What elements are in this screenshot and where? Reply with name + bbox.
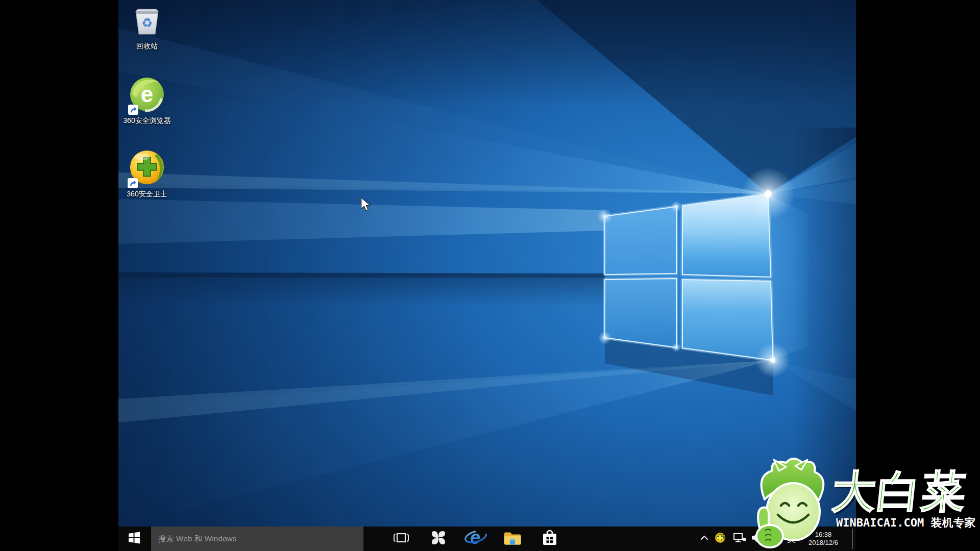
windows-store-icon [542, 529, 558, 548]
chevron-up-icon [699, 532, 710, 545]
file-explorer-icon [503, 530, 522, 548]
icon-label: 回收站 [119, 41, 175, 51]
watermark-url: WINBAICAI.COM [836, 516, 924, 529]
taskbar-360-button[interactable] [427, 527, 450, 551]
mouse-cursor [360, 197, 372, 214]
svg-text:e: e [141, 82, 153, 107]
tray-network[interactable] [732, 527, 747, 551]
360-guard-tray-icon [714, 532, 726, 546]
dabaicai-brand-text: 大白菜 [829, 462, 970, 522]
taskbar: 搜索 Web 和 Windows [118, 527, 856, 551]
windows-hero-wallpaper [118, 0, 856, 551]
task-view-icon [393, 531, 410, 547]
desktop-icon-recycle-bin[interactable]: ♻ 回收站 [119, 5, 175, 51]
windows-store-button[interactable] [538, 527, 561, 551]
360-browser-icon: e [129, 77, 165, 114]
windows-logo-icon [128, 531, 141, 546]
tray-show-hidden-icons[interactable] [698, 527, 710, 551]
desktop-icon-360-browser[interactable]: e 360安全浏览器 [119, 77, 175, 125]
recycle-bin-icon: ♻ [131, 5, 163, 40]
icon-label: 360安全卫士 [119, 189, 175, 198]
icon-label: 360安全浏览器 [119, 116, 175, 125]
svg-text:♻: ♻ [141, 16, 153, 30]
desktop: ♻ 回收站 e [118, 0, 856, 551]
internet-explorer-button[interactable]: e [464, 527, 487, 551]
watermark-site-line: WINBAICAI.COM 装机专家 [836, 515, 975, 531]
internet-explorer-icon: e [464, 528, 487, 549]
task-view-button[interactable] [389, 527, 413, 551]
tray-360-guard[interactable] [714, 527, 727, 551]
start-button[interactable] [118, 527, 150, 551]
file-explorer-button[interactable] [501, 527, 524, 551]
shortcut-arrow-icon [128, 178, 138, 188]
network-icon [732, 532, 747, 546]
360-guard-icon [129, 149, 165, 188]
360-pinwheel-icon [430, 529, 447, 548]
shortcut-arrow-icon [128, 105, 138, 115]
desktop-icon-360-guard[interactable]: 360安全卫士 [119, 149, 175, 198]
watermark-tagline: 装机专家 [930, 516, 975, 529]
taskbar-search-input[interactable]: 搜索 Web 和 Windows [151, 527, 363, 551]
search-placeholder: 搜索 Web 和 Windows [158, 534, 237, 544]
dabaicai-mascot [748, 456, 836, 551]
